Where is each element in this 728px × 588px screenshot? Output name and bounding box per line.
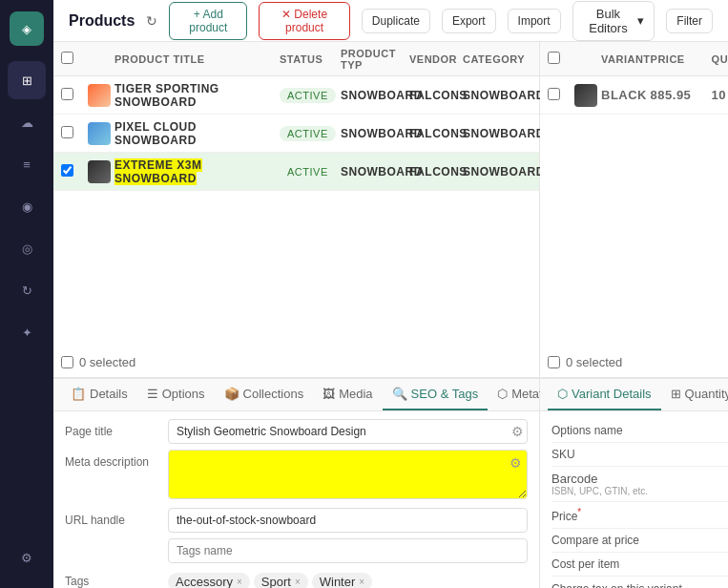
sidebar-item-list[interactable]: ≡ <box>8 145 46 183</box>
table-row[interactable]: Extreme X3M Snowboard Active snowboard F… <box>53 153 539 191</box>
quantity-icon: ⊞ <box>671 387 681 401</box>
col-product-title: PRODUCT TITLE <box>114 53 280 65</box>
cost-per-item-row: Cost per item 449 <box>551 553 728 577</box>
cost-per-item-label: Cost per item <box>551 557 728 571</box>
page-title-gear-icon[interactable]: ⚙ <box>511 424 524 439</box>
location-icon: ◎ <box>22 242 32 256</box>
sidebar-item-location[interactable]: ◎ <box>8 229 46 267</box>
price-row: Price 885.65 <box>551 502 728 529</box>
page-header: Products ↻ + Add product ✕ Delete produc… <box>53 0 728 42</box>
bottom-right-panel: ⬡ Variant Details ⊞ Quantity ⬡ Metafield… <box>540 379 728 588</box>
remove-tag-winter[interactable]: × <box>359 577 364 587</box>
tags-name-row <box>65 538 528 563</box>
tab-options[interactable]: ☰ Options <box>137 379 215 410</box>
sidebar-item-circle[interactable]: ◉ <box>8 187 46 225</box>
variants-selected-count: 0 selected <box>540 347 728 377</box>
meta-description-gear-icon[interactable]: ⚙ <box>510 455 522 471</box>
charge-tax-label: Charge tax on this variant <box>551 582 728 588</box>
tab-media[interactable]: 🖼 Media <box>313 379 382 410</box>
page-title-input[interactable] <box>168 419 528 444</box>
products-select-all-bottom[interactable] <box>61 356 73 368</box>
details-icon: 📋 <box>71 387 86 401</box>
import-button[interactable]: Import <box>508 9 561 33</box>
tags-container: Accessory × Sport × Winter × <box>168 569 372 588</box>
chevron-down-icon: ▾ <box>637 13 644 28</box>
options-name-label: Options name <box>551 424 728 437</box>
seo-icon: 🔍 <box>392 387 407 401</box>
sidebar-logo[interactable]: ◈ <box>10 11 44 46</box>
sidebar-item-settings[interactable]: ⚙ <box>8 538 46 577</box>
select-all-variants-checkbox[interactable] <box>548 52 560 64</box>
options-name-row: Options name Black <box>551 419 728 443</box>
logo-icon: ◈ <box>22 22 31 36</box>
variant-row[interactable]: Black 885.95 10 AC-03 <box>540 76 728 115</box>
tags-label-spacer <box>65 538 160 544</box>
page-title: Products <box>69 12 135 30</box>
col-status: STATUS <box>280 53 341 65</box>
variant-checkbox-1[interactable] <box>548 88 560 100</box>
products-selected-count: 0 selected <box>53 347 539 377</box>
export-button[interactable]: Export <box>442 9 496 33</box>
variants-select-all-bottom[interactable] <box>548 356 560 368</box>
remove-tag-accessory[interactable]: × <box>237 577 242 587</box>
filter-button[interactable]: Filter <box>666 9 713 33</box>
tab-variant-details[interactable]: ⬡ Variant Details <box>548 379 661 410</box>
variant-details-icon: ⬡ <box>557 387 568 401</box>
products-section: PRODUCT TITLE STATUS PRODUCT TYP VENDOR … <box>53 42 540 377</box>
metafields-icon-left: ⬡ <box>497 387 508 401</box>
compare-at-price-row: Compare at price 799 <box>551 529 728 553</box>
status-badge-2: Active <box>280 126 336 141</box>
col-vendor: VENDOR <box>409 53 463 65</box>
status-badge-1: Active <box>280 88 336 103</box>
col-price: PRICE <box>651 53 712 65</box>
tags-row: Tags Accessory × Sport × Winter <box>65 569 528 588</box>
col-category: CATEGORY <box>463 53 531 65</box>
product-name-3: Extreme X3M Snowboard <box>114 158 202 185</box>
col-product-type: PRODUCT TYP <box>341 48 409 71</box>
products-table-header: PRODUCT TITLE STATUS PRODUCT TYP VENDOR … <box>53 42 539 76</box>
content-area: PRODUCT TITLE STATUS PRODUCT TYP VENDOR … <box>53 42 728 588</box>
variants-table-header: VARIANT PRICE QUANTITY SKU <box>540 42 728 76</box>
tab-details[interactable]: 📋 Details <box>61 379 137 410</box>
product-checkbox-1[interactable] <box>61 88 73 100</box>
vendor-3: Falcons <box>409 165 468 178</box>
meta-description-label: Meta description <box>65 450 160 469</box>
sidebar-item-cloud[interactable]: ☁ <box>8 103 46 141</box>
compare-at-price-label: Compare at price <box>551 534 728 547</box>
refresh-button[interactable]: ↻ <box>146 13 157 29</box>
page-title-row: Page title ⚙ <box>65 419 528 444</box>
url-handle-input[interactable] <box>168 508 528 533</box>
url-handle-input-wrapper <box>168 508 528 533</box>
tab-seo-tags[interactable]: 🔍 SEO & Tags <box>383 379 489 410</box>
bottom-left-panel: 📋 Details ☰ Options 📦 Collections 🖼 Medi… <box>53 379 540 588</box>
product-thumbnail-2 <box>88 122 111 145</box>
tags-name-input[interactable] <box>168 538 528 563</box>
variant-details-content: Options name Black SKU AC-03 Barcode ISB… <box>540 411 728 588</box>
media-icon: 🖼 <box>322 387 335 401</box>
select-all-products-checkbox[interactable] <box>61 52 73 64</box>
product-checkbox-3[interactable] <box>61 164 73 177</box>
sidebar-item-grid[interactable]: ⊞ <box>8 61 46 99</box>
table-row[interactable]: Tiger Sporting Snowboard Active snowboar… <box>53 76 539 115</box>
product-checkbox-2[interactable] <box>61 126 73 138</box>
status-badge-3: Active <box>280 164 336 179</box>
table-row[interactable]: Pixel Cloud Snowboard Active snowboard F… <box>53 115 539 153</box>
remove-tag-sport[interactable]: × <box>295 577 301 587</box>
main-area: Products ↻ + Add product ✕ Delete produc… <box>53 0 728 588</box>
bulk-editors-button[interactable]: Bulk Editors ▾ <box>572 1 655 41</box>
tab-quantity[interactable]: ⊞ Quantity <box>661 379 728 410</box>
add-product-button[interactable]: + Add product <box>169 2 247 40</box>
duplicate-button[interactable]: Duplicate <box>362 9 430 33</box>
options-icon: ☰ <box>147 387 158 401</box>
product-name-1: Tiger Sporting Snowboard <box>114 82 219 109</box>
delete-product-button[interactable]: ✕ Delete product <box>259 2 350 40</box>
sidebar-item-refresh[interactable]: ↻ <box>8 271 46 309</box>
sidebar-item-star[interactable]: ✦ <box>8 313 46 351</box>
tag-accessory: Accessory × <box>168 573 250 588</box>
meta-description-row: Meta description ⚙ <box>65 450 528 502</box>
variant-price-1: 885.95 <box>651 88 692 102</box>
meta-description-input[interactable] <box>168 450 528 499</box>
tab-collections[interactable]: 📦 Collections <box>215 379 314 410</box>
bottom-right-tabs: ⬡ Variant Details ⊞ Quantity ⬡ Metafield… <box>540 379 728 411</box>
sku-row: SKU AC-03 <box>551 443 728 467</box>
